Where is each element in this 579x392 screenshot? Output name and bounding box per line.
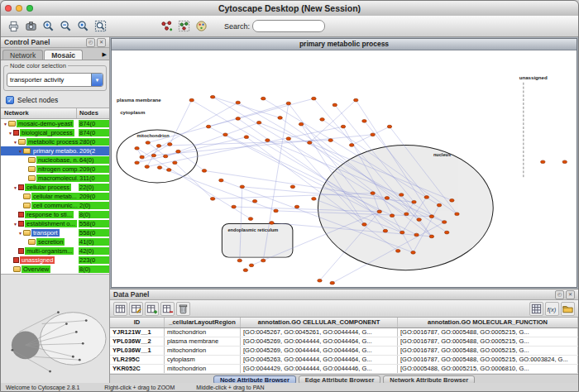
panel-float-icon[interactable]: ◴: [555, 290, 564, 299]
graph-node[interactable]: [417, 218, 421, 222]
graph-node[interactable]: [166, 169, 170, 172]
expander-icon[interactable]: ▼: [17, 149, 23, 154]
select-nodes-checkbox[interactable]: ✓: [6, 96, 14, 104]
graph-node[interactable]: [362, 223, 366, 227]
graph-node[interactable]: [308, 141, 312, 145]
zoom-selected-icon[interactable]: [75, 19, 90, 34]
graph-node[interactable]: [232, 205, 236, 208]
graph-node[interactable]: [328, 139, 333, 142]
attribute-delete-icon[interactable]: [160, 302, 175, 316]
tree-row[interactable]: unassigned223(0: [1, 256, 109, 265]
expander-icon[interactable]: ▼: [2, 122, 8, 127]
trash-icon[interactable]: [176, 302, 190, 316]
graph-node[interactable]: [173, 161, 177, 165]
graph-node[interactable]: [237, 259, 242, 262]
graph-node[interactable]: [450, 198, 454, 202]
graph-node[interactable]: [390, 214, 394, 218]
tab-network[interactable]: Network: [2, 50, 43, 60]
panel-close-icon[interactable]: ✕: [566, 290, 575, 299]
tree-row[interactable]: ▼biological_process874(0: [1, 128, 109, 137]
graph-node[interactable]: [294, 205, 299, 208]
graph-node[interactable]: [286, 102, 290, 105]
birds-eye-view[interactable]: [1, 275, 109, 383]
graph-node[interactable]: [223, 133, 227, 136]
graph-node[interactable]: [286, 137, 290, 141]
graph-node[interactable]: [243, 269, 247, 272]
graph-node[interactable]: [270, 222, 274, 225]
tree-row[interactable]: ▼mosaic-demo-yeast874(0: [1, 119, 109, 128]
column-header[interactable]: annotation.GO MOLECULAR_FUNCTION: [398, 318, 578, 327]
node-color-dropdown[interactable]: transporter activity ▼: [7, 73, 103, 87]
graph-node[interactable]: [261, 259, 266, 262]
graph-node[interactable]: [252, 199, 256, 203]
tree-row[interactable]: Overview8(0): [1, 265, 109, 274]
table-row[interactable]: YLR295Ccytoplasm[GO:0045263, GO:0044444,…: [110, 356, 578, 365]
table-row[interactable]: YKR052Cmitochondrion[GO:0044429, GO:0044…: [110, 365, 578, 374]
graph-node[interactable]: [399, 194, 403, 197]
tab-scroll-right-icon[interactable]: ▶: [103, 51, 109, 60]
graph-node[interactable]: [261, 97, 266, 100]
tree-row[interactable]: ▼cellular process22(0): [1, 183, 109, 192]
graph-node[interactable]: [236, 101, 240, 104]
tree-row[interactable]: cell communic...2(0): [1, 201, 109, 210]
window-zoom-button[interactable]: [26, 5, 33, 12]
graph-node[interactable]: [210, 95, 214, 98]
expander-icon[interactable]: ▼: [12, 222, 18, 227]
graph-node[interactable]: [371, 192, 375, 195]
graph-node[interactable]: [256, 121, 261, 124]
graph-node[interactable]: [400, 231, 404, 234]
window-minimize-button[interactable]: [16, 5, 22, 12]
graph-node[interactable]: [562, 160, 567, 164]
tree-row[interactable]: cellular metab...209(0: [1, 192, 109, 201]
graph-node[interactable]: [404, 213, 409, 216]
graph-node[interactable]: [362, 119, 366, 122]
graph-node[interactable]: [437, 203, 441, 207]
graph-node[interactable]: [354, 98, 358, 102]
graph-node[interactable]: [299, 122, 303, 126]
network-frame-titlebar[interactable]: primary metabolic process: [112, 39, 577, 50]
graph-node[interactable]: [202, 170, 206, 173]
expander-icon[interactable]: ▼: [12, 140, 18, 145]
vizmapper-icon[interactable]: [194, 19, 208, 34]
column-header[interactable]: annotation.GO CELLULAR_COMPONENT: [241, 318, 398, 327]
graph-node[interactable]: [455, 213, 459, 216]
network-selection-icon[interactable]: [176, 19, 191, 34]
graph-node[interactable]: [341, 125, 345, 128]
tree-row[interactable]: nucleobase, n...64(0): [1, 155, 109, 165]
graph-node[interactable]: [333, 103, 337, 107]
function-builder-icon[interactable]: f(x): [545, 302, 559, 316]
graph-node[interactable]: [349, 144, 353, 147]
graph-node[interactable]: [266, 139, 270, 142]
graph-node[interactable]: [219, 179, 223, 182]
tree-header-network[interactable]: Network: [1, 108, 77, 118]
tree-header-nodes[interactable]: Nodes: [77, 108, 109, 118]
tree-row[interactable]: ▼transport558(0: [1, 228, 109, 237]
graph-node[interactable]: [168, 143, 172, 146]
matrix-icon[interactable]: [529, 302, 543, 316]
graph-node[interactable]: [395, 250, 400, 253]
graph-node[interactable]: [318, 279, 322, 282]
zoom-out-icon[interactable]: [58, 19, 73, 34]
graph-node[interactable]: [442, 221, 446, 224]
search-input[interactable]: [252, 20, 325, 32]
tree-row[interactable]: response to sti...8(0): [1, 210, 109, 219]
graph-node[interactable]: [429, 235, 433, 238]
graph-node[interactable]: [240, 185, 244, 189]
graph-node[interactable]: [371, 133, 375, 136]
attribute-create-icon[interactable]: [145, 302, 159, 316]
panel-close-icon[interactable]: ✕: [97, 38, 106, 47]
graph-node[interactable]: [411, 251, 415, 254]
graph-node[interactable]: [278, 117, 282, 120]
table-row[interactable]: YPL036W__2plasma membrane[GO:0045269, GO…: [110, 337, 578, 347]
graph-node[interactable]: [429, 215, 433, 218]
graph-node[interactable]: [156, 145, 160, 148]
graph-node[interactable]: [135, 161, 139, 165]
tree-row[interactable]: secretion41(0): [1, 237, 109, 246]
tree-row[interactable]: macromolecul...311(0: [1, 174, 109, 183]
graph-node[interactable]: [385, 197, 389, 200]
graph-node[interactable]: [330, 281, 334, 284]
graph-node[interactable]: [244, 136, 248, 139]
graph-node[interactable]: [145, 165, 149, 169]
graph-node[interactable]: [541, 160, 545, 164]
import-table-icon[interactable]: [561, 302, 575, 316]
